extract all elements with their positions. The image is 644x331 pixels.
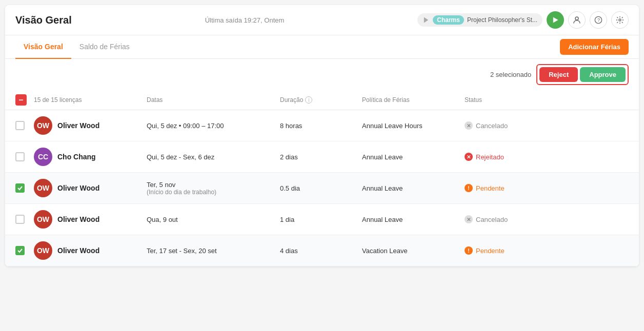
play-icon — [552, 16, 559, 24]
header-controls: Charms Project Philosopher's St... ? — [417, 11, 629, 29]
select-all-button[interactable] — [15, 94, 34, 106]
table-row: OW Oliver Wood Ter, 17 set - Sex, 20 set… — [5, 235, 639, 266]
status-label-1: Rejeitado — [476, 153, 504, 161]
svg-text:?: ? — [597, 17, 600, 23]
person-name-2: Oliver Wood — [57, 184, 99, 192]
date-main: Qui, 5 dez • 09:00 – 17:00 — [147, 122, 280, 130]
row-checkbox-0[interactable] — [15, 121, 34, 130]
duration-info-icon[interactable]: i — [305, 96, 312, 104]
checkbox-1[interactable] — [15, 152, 25, 161]
status-cell-0: ✕ Cancelado — [465, 121, 547, 130]
row-checkbox-4[interactable] — [15, 246, 34, 255]
date-cell-3: Qua, 9 out — [147, 216, 280, 223]
table-row: CC Cho Chang Qui, 5 dez - Sex, 6 dez 2 d… — [5, 141, 639, 173]
user-icon-button[interactable] — [568, 11, 586, 29]
check-icon — [17, 247, 23, 254]
table-row: OW Oliver Wood Qua, 9 out 1 dia Annual L… — [5, 204, 639, 235]
header: Visão Geral Última saída 19:27, Ontem Ch… — [5, 5, 639, 35]
date-main: Ter, 5 nov — [147, 181, 280, 189]
play-button[interactable] — [547, 11, 564, 29]
checkbox-2[interactable] — [15, 183, 25, 193]
duration-cell-0: 8 horas — [280, 122, 362, 130]
checkbox-0[interactable] — [15, 121, 25, 130]
status-label-3: Cancelado — [476, 216, 508, 223]
app-container: Visão Geral Última saída 19:27, Ontem Ch… — [5, 5, 639, 266]
selected-count: 2 selecionado — [490, 71, 531, 78]
policy-cell-3: Annual Leave — [362, 216, 465, 223]
avatar-2: OW — [34, 179, 52, 197]
date-main: Qua, 9 out — [147, 216, 280, 223]
status-icon-4: ! — [465, 246, 473, 255]
project-name: Project Philosopher's St... — [467, 16, 537, 24]
status-label-2: Pendente — [476, 184, 505, 192]
date-cell-0: Qui, 5 dez • 09:00 – 17:00 — [147, 122, 280, 130]
date-cell-2: Ter, 5 nov (Início do dia de trabalho) — [147, 181, 280, 196]
person-cell-4: OW Oliver Wood — [34, 241, 147, 260]
tab-visao-geral[interactable]: Visão Geral — [15, 35, 71, 59]
project-pill: Charms Project Philosopher's St... — [417, 13, 542, 27]
person-name-1: Cho Chang — [57, 153, 96, 161]
checkbox-3[interactable] — [15, 215, 25, 224]
user-icon — [572, 15, 581, 25]
date-sub: (Início do dia de trabalho) — [147, 189, 280, 196]
status-label-4: Pendente — [476, 247, 505, 255]
check-icon — [17, 185, 23, 191]
table: 15 de 15 licenças Datas Duração i Políti… — [5, 90, 639, 266]
status-label-0: Cancelado — [476, 122, 508, 130]
th-name: 15 de 15 licenças — [34, 96, 147, 104]
svg-rect-6 — [19, 100, 23, 101]
help-icon: ? — [594, 16, 602, 24]
th-duration: Duração i — [280, 96, 362, 104]
reject-button[interactable]: Reject — [539, 67, 578, 82]
date-cell-1: Qui, 5 dez - Sex, 6 dez — [147, 153, 280, 161]
status-cell-3: ✕ Cancelado — [465, 215, 547, 223]
person-cell-1: CC Cho Chang — [34, 148, 147, 166]
tab-saldo-ferias[interactable]: Saldo de Férias — [71, 35, 138, 59]
checkbox-4[interactable] — [15, 246, 25, 255]
avatar-3: OW — [34, 210, 52, 229]
th-status: Status — [465, 96, 547, 104]
row-checkbox-2[interactable] — [15, 183, 34, 193]
settings-icon-button[interactable] — [611, 11, 629, 29]
charms-badge: Charms — [433, 15, 464, 25]
approve-button[interactable]: Approve — [580, 67, 626, 82]
action-buttons-wrapper: Reject Approve — [536, 64, 629, 85]
minus-icon — [18, 97, 24, 103]
duration-cell-3: 1 dia — [280, 216, 362, 223]
status-icon-2: ! — [465, 184, 473, 192]
duration-cell-4: 4 dias — [280, 247, 362, 255]
svg-marker-1 — [553, 17, 558, 23]
person-name-3: Oliver Wood — [57, 215, 99, 223]
svg-point-2 — [575, 17, 578, 20]
last-exit-text: Última saída 19:27, Ontem — [72, 16, 418, 24]
avatar-4: OW — [34, 241, 52, 260]
status-icon-3: ✕ — [465, 215, 473, 223]
help-icon-button[interactable]: ? — [590, 11, 607, 29]
avatar-1: CC — [34, 148, 52, 166]
policy-cell-1: Annual Leave — [362, 153, 465, 161]
status-cell-4: ! Pendente — [465, 246, 547, 255]
add-ferias-button[interactable]: Adicionar Férias — [560, 39, 629, 55]
action-bar: 2 selecionado Reject Approve — [5, 59, 639, 90]
table-row: OW Oliver Wood Qui, 5 dez • 09:00 – 17:0… — [5, 110, 639, 141]
play-pill-arrow-icon — [422, 16, 430, 24]
person-name-4: Oliver Wood — [57, 246, 99, 255]
date-main: Ter, 17 set - Sex, 20 set — [147, 247, 280, 255]
policy-cell-0: Annual Leave Hours — [362, 122, 465, 130]
policy-cell-4: Vacation Leave — [362, 247, 465, 255]
date-cell-4: Ter, 17 set - Sex, 20 set — [147, 247, 280, 255]
row-checkbox-1[interactable] — [15, 152, 34, 161]
policy-cell-2: Annual Leave — [362, 184, 465, 192]
page-title: Visão Geral — [15, 14, 72, 26]
duration-cell-2: 0.5 dia — [280, 184, 362, 192]
person-cell-3: OW Oliver Wood — [34, 210, 147, 229]
table-header: 15 de 15 licenças Datas Duração i Políti… — [5, 90, 639, 110]
status-cell-1: ✕ Rejeitado — [465, 153, 547, 161]
table-rows: OW Oliver Wood Qui, 5 dez • 09:00 – 17:0… — [5, 110, 639, 266]
avatar-0: OW — [34, 116, 52, 135]
th-dates: Datas — [147, 96, 280, 104]
status-icon-1: ✕ — [465, 153, 473, 161]
th-policy: Política de Férias — [362, 96, 465, 104]
table-row: OW Oliver Wood Ter, 5 nov (Início do dia… — [5, 173, 639, 204]
row-checkbox-3[interactable] — [15, 215, 34, 224]
